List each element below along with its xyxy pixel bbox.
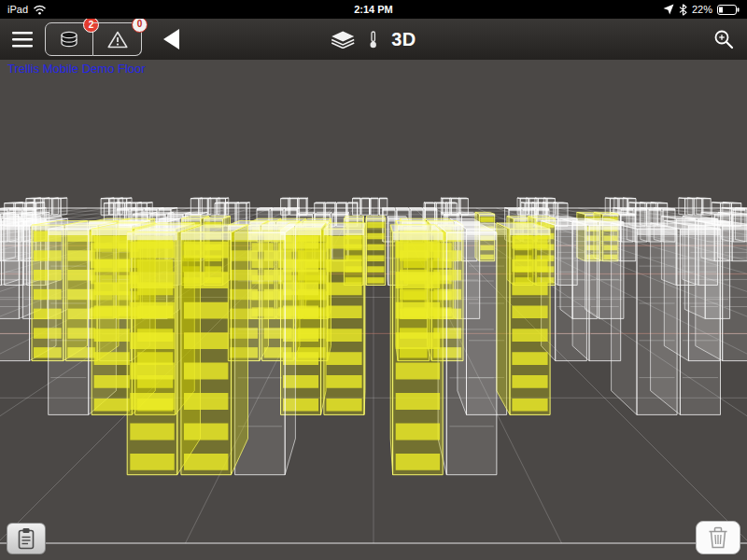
wifi-icon	[33, 5, 47, 15]
floor-breadcrumb-link[interactable]: Trellis Mobile Demo Floor	[7, 62, 146, 76]
menu-button[interactable]	[9, 25, 35, 53]
bluetooth-icon	[679, 4, 687, 16]
menu-icon	[12, 32, 33, 48]
racks-filter-button[interactable]: 2	[45, 22, 93, 56]
view-controls: 3D	[331, 19, 416, 60]
filter-group: 2 0	[45, 22, 142, 56]
battery-icon	[717, 5, 740, 15]
trash-icon	[708, 526, 728, 549]
view-mode-label: 3D	[391, 29, 416, 50]
temperature-icon	[367, 31, 379, 49]
toolbar: 2 0	[0, 19, 747, 60]
clipboard-icon	[17, 527, 35, 550]
alarm-icon	[107, 31, 128, 49]
temperature-layer-button[interactable]	[367, 31, 379, 49]
trash-button[interactable]	[696, 521, 740, 554]
scene-container: Trellis Mobile Demo Floor	[0, 60, 747, 560]
alarms-filter-button[interactable]: 0	[93, 22, 142, 56]
battery-fill	[719, 7, 723, 12]
floor-3d-view[interactable]	[0, 60, 747, 560]
back-button[interactable]	[159, 25, 183, 53]
status-time-wrap: 2:14 PM	[0, 4, 747, 15]
clock: 2:14 PM	[354, 4, 393, 15]
layers-icon	[331, 31, 355, 49]
back-icon	[163, 29, 179, 49]
clipboard-button[interactable]	[7, 523, 46, 554]
search-icon	[713, 29, 734, 49]
search-button[interactable]	[710, 25, 738, 53]
battery-percent: 22%	[692, 4, 712, 15]
alarms-badge: 0	[132, 17, 148, 33]
device-label: iPad	[7, 4, 28, 15]
racks-icon	[59, 31, 79, 48]
location-icon	[663, 4, 674, 15]
app-root: iPad 2:14 PM 22%	[0, 0, 747, 560]
layers-button[interactable]	[331, 31, 355, 49]
status-bar: iPad 2:14 PM 22%	[0, 0, 747, 19]
